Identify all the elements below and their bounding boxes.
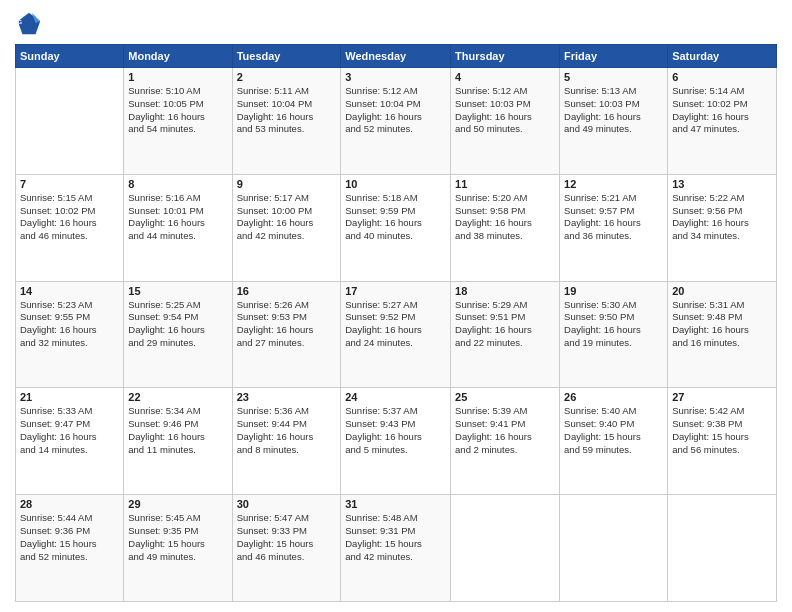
day-detail: Sunrise: 5:23 AM Sunset: 9:55 PM Dayligh… [20, 299, 119, 350]
day-detail: Sunrise: 5:44 AM Sunset: 9:36 PM Dayligh… [20, 512, 119, 563]
calendar-cell: 15Sunrise: 5:25 AM Sunset: 9:54 PM Dayli… [124, 281, 232, 388]
calendar-cell: 5Sunrise: 5:13 AM Sunset: 10:03 PM Dayli… [560, 68, 668, 175]
day-detail: Sunrise: 5:45 AM Sunset: 9:35 PM Dayligh… [128, 512, 227, 563]
day-number: 23 [237, 391, 337, 403]
day-number: 10 [345, 178, 446, 190]
day-detail: Sunrise: 5:10 AM Sunset: 10:05 PM Daylig… [128, 85, 227, 136]
calendar-cell: 25Sunrise: 5:39 AM Sunset: 9:41 PM Dayli… [451, 388, 560, 495]
day-number: 12 [564, 178, 663, 190]
day-number: 28 [20, 498, 119, 510]
calendar-cell: 21Sunrise: 5:33 AM Sunset: 9:47 PM Dayli… [16, 388, 124, 495]
calendar-cell [668, 495, 777, 602]
weekday-header: Friday [560, 45, 668, 68]
day-detail: Sunrise: 5:29 AM Sunset: 9:51 PM Dayligh… [455, 299, 555, 350]
day-number: 5 [564, 71, 663, 83]
day-number: 24 [345, 391, 446, 403]
day-number: 11 [455, 178, 555, 190]
day-detail: Sunrise: 5:12 AM Sunset: 10:04 PM Daylig… [345, 85, 446, 136]
day-detail: Sunrise: 5:12 AM Sunset: 10:03 PM Daylig… [455, 85, 555, 136]
weekday-header: Saturday [668, 45, 777, 68]
calendar-cell: 17Sunrise: 5:27 AM Sunset: 9:52 PM Dayli… [341, 281, 451, 388]
weekday-header: Thursday [451, 45, 560, 68]
day-number: 31 [345, 498, 446, 510]
day-detail: Sunrise: 5:14 AM Sunset: 10:02 PM Daylig… [672, 85, 772, 136]
day-number: 30 [237, 498, 337, 510]
day-detail: Sunrise: 5:18 AM Sunset: 9:59 PM Dayligh… [345, 192, 446, 243]
weekday-header: Monday [124, 45, 232, 68]
day-number: 8 [128, 178, 227, 190]
calendar-cell [560, 495, 668, 602]
day-number: 7 [20, 178, 119, 190]
day-detail: Sunrise: 5:17 AM Sunset: 10:00 PM Daylig… [237, 192, 337, 243]
calendar-cell: 24Sunrise: 5:37 AM Sunset: 9:43 PM Dayli… [341, 388, 451, 495]
day-detail: Sunrise: 5:11 AM Sunset: 10:04 PM Daylig… [237, 85, 337, 136]
day-detail: Sunrise: 5:22 AM Sunset: 9:56 PM Dayligh… [672, 192, 772, 243]
calendar-cell: 26Sunrise: 5:40 AM Sunset: 9:40 PM Dayli… [560, 388, 668, 495]
header: G [15, 10, 777, 38]
day-detail: Sunrise: 5:40 AM Sunset: 9:40 PM Dayligh… [564, 405, 663, 456]
calendar-cell: 13Sunrise: 5:22 AM Sunset: 9:56 PM Dayli… [668, 174, 777, 281]
day-detail: Sunrise: 5:27 AM Sunset: 9:52 PM Dayligh… [345, 299, 446, 350]
day-number: 17 [345, 285, 446, 297]
calendar-week-row: 28Sunrise: 5:44 AM Sunset: 9:36 PM Dayli… [16, 495, 777, 602]
calendar-cell: 16Sunrise: 5:26 AM Sunset: 9:53 PM Dayli… [232, 281, 341, 388]
day-detail: Sunrise: 5:16 AM Sunset: 10:01 PM Daylig… [128, 192, 227, 243]
calendar-cell: 12Sunrise: 5:21 AM Sunset: 9:57 PM Dayli… [560, 174, 668, 281]
day-detail: Sunrise: 5:39 AM Sunset: 9:41 PM Dayligh… [455, 405, 555, 456]
calendar-cell: 6Sunrise: 5:14 AM Sunset: 10:02 PM Dayli… [668, 68, 777, 175]
calendar-cell: 27Sunrise: 5:42 AM Sunset: 9:38 PM Dayli… [668, 388, 777, 495]
calendar: SundayMondayTuesdayWednesdayThursdayFrid… [15, 44, 777, 602]
calendar-cell: 1Sunrise: 5:10 AM Sunset: 10:05 PM Dayli… [124, 68, 232, 175]
calendar-cell: 7Sunrise: 5:15 AM Sunset: 10:02 PM Dayli… [16, 174, 124, 281]
calendar-cell: 23Sunrise: 5:36 AM Sunset: 9:44 PM Dayli… [232, 388, 341, 495]
calendar-cell: 29Sunrise: 5:45 AM Sunset: 9:35 PM Dayli… [124, 495, 232, 602]
calendar-cell: 14Sunrise: 5:23 AM Sunset: 9:55 PM Dayli… [16, 281, 124, 388]
day-detail: Sunrise: 5:15 AM Sunset: 10:02 PM Daylig… [20, 192, 119, 243]
day-detail: Sunrise: 5:13 AM Sunset: 10:03 PM Daylig… [564, 85, 663, 136]
day-detail: Sunrise: 5:21 AM Sunset: 9:57 PM Dayligh… [564, 192, 663, 243]
calendar-cell: 9Sunrise: 5:17 AM Sunset: 10:00 PM Dayli… [232, 174, 341, 281]
calendar-cell: 4Sunrise: 5:12 AM Sunset: 10:03 PM Dayli… [451, 68, 560, 175]
day-number: 19 [564, 285, 663, 297]
day-number: 15 [128, 285, 227, 297]
day-number: 4 [455, 71, 555, 83]
weekday-header: Sunday [16, 45, 124, 68]
day-number: 25 [455, 391, 555, 403]
day-number: 20 [672, 285, 772, 297]
calendar-cell: 11Sunrise: 5:20 AM Sunset: 9:58 PM Dayli… [451, 174, 560, 281]
calendar-cell [16, 68, 124, 175]
calendar-cell: 19Sunrise: 5:30 AM Sunset: 9:50 PM Dayli… [560, 281, 668, 388]
day-detail: Sunrise: 5:42 AM Sunset: 9:38 PM Dayligh… [672, 405, 772, 456]
calendar-cell: 8Sunrise: 5:16 AM Sunset: 10:01 PM Dayli… [124, 174, 232, 281]
day-detail: Sunrise: 5:31 AM Sunset: 9:48 PM Dayligh… [672, 299, 772, 350]
day-detail: Sunrise: 5:30 AM Sunset: 9:50 PM Dayligh… [564, 299, 663, 350]
day-number: 16 [237, 285, 337, 297]
day-detail: Sunrise: 5:48 AM Sunset: 9:31 PM Dayligh… [345, 512, 446, 563]
logo: G [15, 10, 47, 38]
day-detail: Sunrise: 5:36 AM Sunset: 9:44 PM Dayligh… [237, 405, 337, 456]
day-detail: Sunrise: 5:34 AM Sunset: 9:46 PM Dayligh… [128, 405, 227, 456]
logo-icon: G [15, 10, 43, 38]
day-detail: Sunrise: 5:20 AM Sunset: 9:58 PM Dayligh… [455, 192, 555, 243]
calendar-cell: 20Sunrise: 5:31 AM Sunset: 9:48 PM Dayli… [668, 281, 777, 388]
day-detail: Sunrise: 5:25 AM Sunset: 9:54 PM Dayligh… [128, 299, 227, 350]
calendar-week-row: 14Sunrise: 5:23 AM Sunset: 9:55 PM Dayli… [16, 281, 777, 388]
page: G SundayMondayTuesdayWednesdayThursdayFr… [0, 0, 792, 612]
calendar-header-row: SundayMondayTuesdayWednesdayThursdayFrid… [16, 45, 777, 68]
day-number: 9 [237, 178, 337, 190]
day-number: 26 [564, 391, 663, 403]
day-number: 14 [20, 285, 119, 297]
calendar-cell: 31Sunrise: 5:48 AM Sunset: 9:31 PM Dayli… [341, 495, 451, 602]
calendar-cell: 10Sunrise: 5:18 AM Sunset: 9:59 PM Dayli… [341, 174, 451, 281]
calendar-cell: 22Sunrise: 5:34 AM Sunset: 9:46 PM Dayli… [124, 388, 232, 495]
calendar-cell: 28Sunrise: 5:44 AM Sunset: 9:36 PM Dayli… [16, 495, 124, 602]
calendar-week-row: 21Sunrise: 5:33 AM Sunset: 9:47 PM Dayli… [16, 388, 777, 495]
day-number: 13 [672, 178, 772, 190]
calendar-cell: 30Sunrise: 5:47 AM Sunset: 9:33 PM Dayli… [232, 495, 341, 602]
weekday-header: Tuesday [232, 45, 341, 68]
day-number: 1 [128, 71, 227, 83]
day-number: 18 [455, 285, 555, 297]
calendar-week-row: 7Sunrise: 5:15 AM Sunset: 10:02 PM Dayli… [16, 174, 777, 281]
svg-text:G: G [18, 19, 22, 25]
day-number: 27 [672, 391, 772, 403]
